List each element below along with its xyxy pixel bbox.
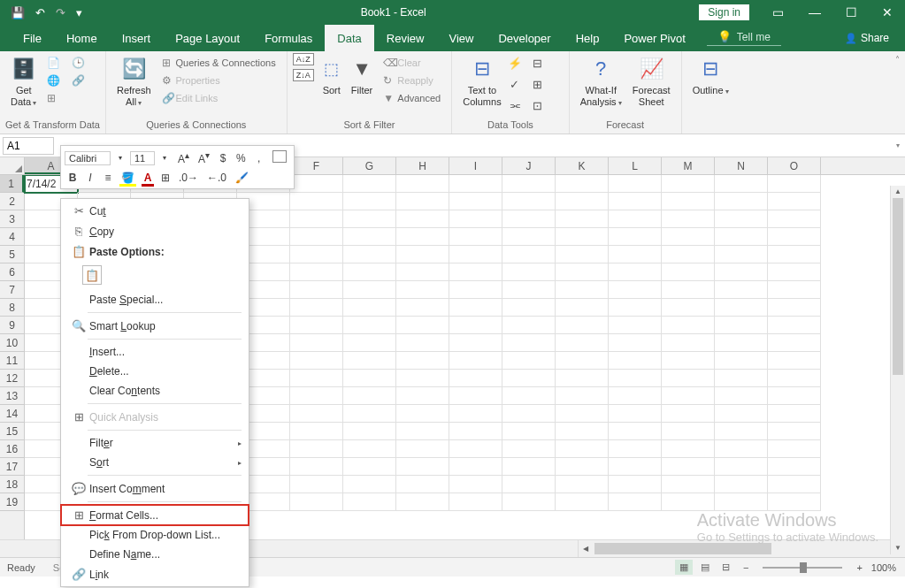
col-header[interactable]: O (768, 157, 821, 174)
qat-customize[interactable]: ▾ (71, 3, 88, 23)
relationships-button[interactable]: ⫘ (507, 99, 523, 115)
cm-define-name[interactable]: Define Name... (61, 545, 249, 564)
mini-percent[interactable]: % (233, 150, 249, 166)
cm-delete[interactable]: Delete... (61, 362, 249, 381)
sort-button[interactable]: ⬚ Sort (318, 53, 346, 98)
vscroll-up[interactable]: ▲ (891, 186, 905, 198)
col-header[interactable]: J (502, 157, 556, 174)
cm-smart-lookup[interactable]: 🔍Smart Lookup (61, 316, 249, 336)
recent-sources-button[interactable]: 🕒 (68, 55, 89, 71)
consolidate-button[interactable]: ⊞ (530, 78, 546, 94)
mini-font-dd[interactable]: ▾ (112, 152, 128, 164)
col-header[interactable]: N (715, 157, 768, 174)
select-all-corner[interactable] (0, 157, 25, 174)
cm-copy[interactable]: ⎘Copy (61, 221, 249, 241)
col-header[interactable]: G (343, 157, 396, 174)
maximize-button[interactable]: ☐ (833, 1, 870, 24)
remove-dup-button[interactable]: ⊟ (530, 57, 546, 73)
mini-fill-color[interactable]: 🪣 (118, 170, 138, 186)
cm-paste-default[interactable]: 📋 (82, 265, 102, 285)
zoom-level[interactable]: 100% (871, 562, 896, 573)
zoom-slider[interactable] (763, 567, 842, 569)
mini-dec-dec[interactable]: ←.0 (203, 170, 230, 186)
page-break-view-button[interactable]: ⊟ (717, 560, 734, 575)
tab-power-pivot[interactable]: Power Pivot (611, 25, 697, 51)
properties-button[interactable]: ⚙Properties (158, 73, 280, 88)
cm-pick-list[interactable]: Pick From Drop-down List... (61, 525, 249, 545)
mini-italic[interactable]: I (82, 170, 98, 186)
tab-data[interactable]: Data (325, 25, 373, 51)
col-header[interactable]: H (396, 157, 449, 174)
row-header[interactable]: 4 (0, 228, 24, 246)
refresh-all-button[interactable]: 🔄 Refresh All (111, 53, 157, 110)
edit-links-button[interactable]: 🔗Edit Links (158, 90, 280, 106)
get-data-button[interactable]: 🗄️ Get Data (5, 53, 42, 110)
data-validation-button[interactable]: ✓ (507, 78, 523, 94)
from-web-button[interactable]: 🌐 (43, 73, 65, 88)
share-button[interactable]: Share (845, 25, 889, 51)
mini-size-select[interactable]: 11 (130, 151, 155, 165)
row-header[interactable]: 9 (0, 317, 24, 334)
row-header[interactable]: 16 (0, 440, 24, 458)
row-header[interactable]: 3 (0, 210, 24, 228)
minimize-button[interactable]: — (796, 1, 833, 24)
mini-accounting[interactable]: $ (215, 150, 231, 166)
sort-desc-button[interactable]: Z↓A (293, 69, 314, 81)
mini-grow-font[interactable]: A▴ (174, 149, 193, 167)
redo-button[interactable]: ↷ (50, 3, 71, 23)
mini-size-dd[interactable]: ▾ (157, 152, 173, 164)
manage-model-button[interactable]: ⊡ (530, 99, 546, 115)
reapply-button[interactable]: ↻Reapply (380, 73, 444, 88)
normal-view-button[interactable]: ▦ (675, 560, 693, 575)
row-header[interactable]: 6 (0, 263, 24, 281)
cm-filter[interactable]: Filter (61, 433, 249, 453)
cm-insert[interactable]: Insert... (61, 342, 249, 362)
mini-merge[interactable] (269, 149, 290, 167)
hscroll-thumb[interactable] (594, 543, 771, 554)
vscroll-thumb[interactable] (893, 198, 903, 375)
formula-bar-expand[interactable]: ▾ (891, 138, 905, 153)
tab-file[interactable]: File (11, 25, 54, 51)
cm-insert-comment[interactable]: 💬Insert Comment (61, 478, 249, 499)
horizontal-scrollbar[interactable]: ◀ ▶ (578, 540, 905, 557)
row-header[interactable]: 1 (0, 175, 24, 193)
tab-formulas[interactable]: Formulas (252, 25, 325, 51)
tab-view[interactable]: View (436, 25, 486, 51)
close-button[interactable]: ✕ (870, 1, 905, 24)
mini-font-select[interactable]: Calibri (65, 151, 111, 165)
cm-format-cells[interactable]: ⊞Format Cells... (61, 505, 249, 525)
collapse-ribbon-button[interactable]: ˄ (890, 51, 905, 134)
ribbon-display-button[interactable]: ▭ (760, 1, 796, 24)
col-header[interactable]: K (556, 157, 609, 174)
name-box[interactable] (3, 137, 54, 155)
mini-dec-inc[interactable]: .0→ (175, 170, 202, 186)
tell-me-search[interactable]: 💡Tell me (707, 28, 781, 46)
what-if-button[interactable]: ? What-If Analysis (575, 53, 627, 110)
tab-developer[interactable]: Developer (486, 25, 563, 51)
from-table-button[interactable]: ⊞ (43, 90, 65, 106)
vertical-scrollbar[interactable]: ▲ ▼ (890, 186, 905, 554)
forecast-sheet-button[interactable]: 📈 Forecast Sheet (627, 53, 676, 110)
hscroll-left[interactable]: ◀ (579, 540, 593, 557)
cm-link[interactable]: 🔗Link (61, 564, 249, 584)
row-header[interactable]: 17 (0, 458, 24, 476)
row-header[interactable]: 13 (0, 387, 24, 405)
zoom-in-button[interactable]: + (851, 562, 867, 573)
filter-button[interactable]: ▼ Filter (346, 53, 378, 98)
mini-comma[interactable]: , (251, 150, 267, 166)
tab-review[interactable]: Review (374, 25, 437, 51)
page-layout-view-button[interactable]: ▤ (696, 560, 714, 575)
row-header[interactable]: 7 (0, 281, 24, 299)
row-header[interactable]: 19 (0, 493, 24, 511)
row-header[interactable]: 15 (0, 423, 24, 440)
row-header[interactable]: 8 (0, 299, 24, 317)
existing-conn-button[interactable]: 🔗 (68, 73, 89, 88)
col-header[interactable]: L (609, 157, 662, 174)
col-header[interactable]: M (662, 157, 715, 174)
col-header[interactable]: F (290, 157, 343, 174)
col-header[interactable]: I (449, 157, 502, 174)
mini-format-painter[interactable]: 🖌️ (232, 170, 252, 186)
row-header[interactable]: 2 (0, 193, 24, 210)
row-header[interactable]: 18 (0, 476, 24, 493)
undo-button[interactable]: ↶ (30, 3, 50, 23)
